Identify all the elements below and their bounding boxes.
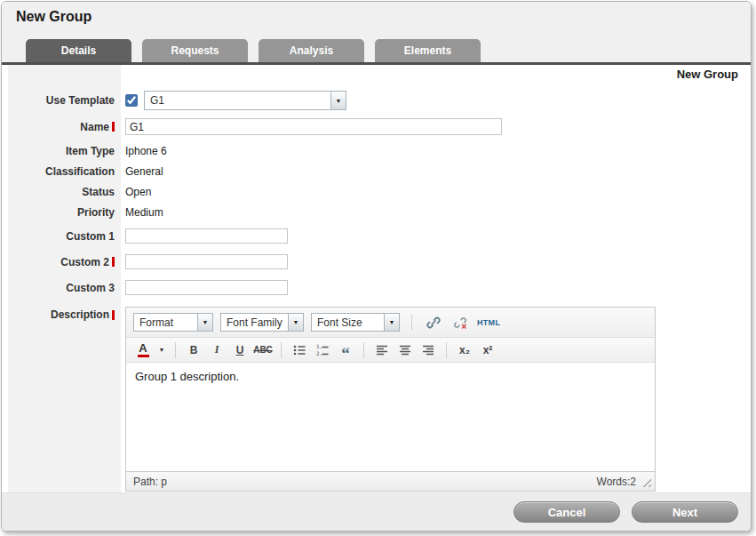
font-color-caret[interactable]: ▼ — [156, 340, 167, 359]
row-custom1: Custom 1 — [2, 228, 751, 244]
chevron-down-icon[interactable]: ▼ — [384, 314, 399, 331]
link-icon — [426, 315, 442, 331]
svg-text:2.: 2. — [316, 350, 322, 356]
strikethrough-button[interactable]: ABC — [253, 340, 273, 359]
subscript-button[interactable]: x₂ — [455, 340, 474, 359]
custom3-label: Custom 3 — [66, 282, 115, 294]
editor-statusbar: Path: p Words:2 — [126, 471, 655, 491]
row-custom2: Custom 2 — [2, 254, 751, 269]
editor-content[interactable]: Group 1 description. — [126, 363, 655, 471]
tab-requests[interactable]: Requests — [142, 39, 248, 62]
editor-path: Path: p — [133, 476, 167, 488]
row-custom3: Custom 3 — [2, 280, 751, 295]
superscript-button[interactable]: x² — [478, 340, 497, 359]
blockquote-button[interactable]: “ — [336, 340, 355, 359]
custom1-label: Custom 1 — [66, 230, 115, 243]
italic-button[interactable]: I — [207, 340, 227, 359]
toolbar-separator — [281, 342, 282, 358]
svg-text:1.: 1. — [316, 343, 322, 349]
font-family-dropdown[interactable]: Font Family ▼ — [220, 313, 304, 332]
item-type-value: Iphone 6 — [125, 145, 167, 157]
new-group-window: New Group Details Requests Analysis Elem… — [1, 1, 752, 532]
unlink-icon — [452, 315, 468, 331]
chevron-down-icon: ▼ — [159, 347, 165, 353]
required-marker — [112, 310, 115, 320]
name-label: Name — [80, 121, 109, 133]
toolbar-separator — [175, 342, 176, 358]
template-select[interactable]: G1 ▼ — [144, 91, 346, 110]
bullet-list-button[interactable] — [290, 340, 309, 359]
link-button[interactable] — [424, 313, 443, 332]
item-type-label: Item Type — [66, 145, 115, 157]
chevron-down-icon[interactable]: ▼ — [288, 314, 303, 331]
align-left-icon — [375, 343, 389, 357]
align-right-icon — [421, 343, 435, 357]
tab-elements[interactable]: Elements — [375, 39, 481, 62]
tab-analysis[interactable]: Analysis — [259, 39, 364, 62]
editor-text: Group 1 description. — [135, 370, 239, 383]
align-center-button[interactable] — [395, 340, 415, 359]
resize-handle[interactable] — [640, 476, 651, 487]
format-dropdown[interactable]: Format ▼ — [133, 313, 213, 332]
custom2-label: Custom 2 — [60, 256, 109, 268]
use-template-label: Use Template — [46, 94, 115, 107]
name-input[interactable] — [125, 118, 502, 135]
chevron-down-icon[interactable]: ▼ — [197, 314, 212, 331]
titlebar: New Group — [2, 2, 751, 32]
required-marker — [112, 122, 115, 132]
page-title: New Group — [16, 9, 92, 25]
toolbar-separator — [411, 315, 412, 331]
font-size-dropdown[interactable]: Font Size ▼ — [311, 313, 400, 332]
row-name: Name — [2, 118, 751, 135]
classification-value: General — [125, 165, 163, 178]
status-value: Open — [125, 186, 151, 198]
description-label: Description — [51, 308, 109, 321]
chevron-down-icon[interactable]: ▼ — [330, 92, 346, 109]
font-color-button[interactable]: A — [133, 340, 153, 359]
word-count: Words:2 — [597, 476, 636, 488]
footer-bar: Cancel Next — [2, 492, 751, 531]
numbered-list-button[interactable]: 1.2. — [313, 340, 332, 359]
priority-value: Medium — [125, 206, 163, 219]
tab-details[interactable]: Details — [26, 39, 131, 62]
status-label: Status — [82, 186, 115, 198]
form-body: New Group Use Template G1 ▼ Name Item Ty… — [2, 65, 751, 492]
next-button[interactable]: Next — [632, 501, 738, 523]
font-color-icon: A — [138, 343, 149, 357]
custom2-input[interactable] — [125, 254, 288, 269]
row-status: Status Open — [2, 186, 751, 198]
description-editor: Format ▼ Font Family ▼ Font Size ▼ — [125, 307, 656, 492]
custom3-input[interactable] — [125, 280, 288, 295]
classification-label: Classification — [45, 165, 115, 178]
unlink-button[interactable] — [450, 313, 470, 332]
section-title: New Group — [677, 68, 738, 81]
underline-button[interactable]: U — [230, 340, 250, 359]
row-item-type: Item Type Iphone 6 — [2, 145, 751, 157]
row-classification: Classification General — [2, 165, 751, 178]
bold-button[interactable]: B — [184, 340, 203, 359]
priority-label: Priority — [77, 206, 115, 219]
custom1-input[interactable] — [125, 228, 288, 244]
align-right-button[interactable] — [418, 340, 438, 359]
toolbar-separator — [446, 342, 447, 358]
align-left-button[interactable] — [372, 340, 392, 359]
use-template-checkbox[interactable] — [125, 94, 138, 107]
toolbar-separator — [363, 342, 364, 358]
editor-toolbar-top: Format ▼ Font Family ▼ Font Size ▼ — [126, 308, 655, 338]
row-use-template: Use Template G1 ▼ — [2, 91, 751, 110]
html-source-button[interactable]: HTML — [477, 313, 500, 332]
numbered-list-icon: 1.2. — [315, 343, 330, 357]
editor-toolbar-bottom: A ▼ B I U ABC — [126, 338, 655, 363]
align-center-icon — [398, 343, 412, 357]
required-marker — [112, 257, 115, 267]
cancel-button[interactable]: Cancel — [513, 501, 620, 523]
tab-bar: Details Requests Analysis Elements — [2, 32, 751, 62]
row-priority: Priority Medium — [2, 206, 751, 219]
bullet-list-icon — [292, 343, 306, 357]
